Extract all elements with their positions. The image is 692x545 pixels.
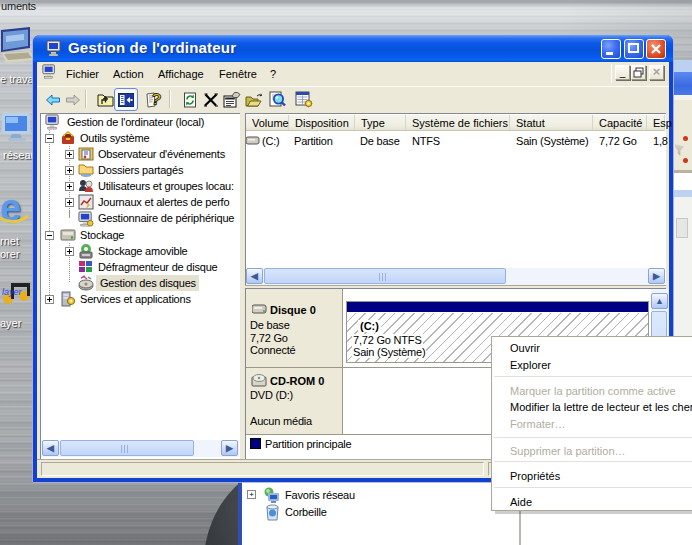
svg-text:layer: layer bbox=[2, 287, 23, 297]
svg-text:?: ? bbox=[150, 90, 163, 108]
